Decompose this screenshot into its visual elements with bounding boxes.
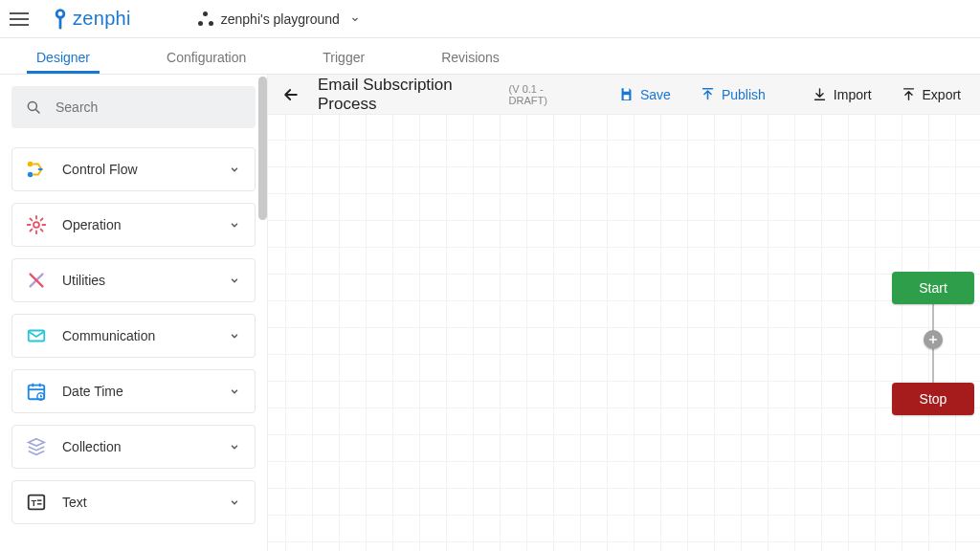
tab-designer[interactable]: Designer bbox=[27, 40, 100, 74]
category-utilities[interactable]: Utilities bbox=[11, 258, 256, 302]
category-operation[interactable]: Operation bbox=[11, 203, 256, 247]
category-label: Operation bbox=[62, 217, 228, 232]
flow-title: Email Subscription Process bbox=[318, 76, 490, 114]
editor-tabs: DesignerConfigurationTriggerRevisions bbox=[0, 38, 980, 75]
chevron-down-icon bbox=[228, 218, 241, 231]
editor-body: Control FlowOperationUtilitiesCommunicat… bbox=[0, 75, 980, 551]
chevron-down-icon bbox=[228, 496, 241, 509]
workspace-name: zenphi's playground bbox=[221, 11, 340, 27]
add-step-button[interactable] bbox=[924, 330, 943, 349]
svg-point-4 bbox=[28, 162, 33, 167]
chevron-down-icon bbox=[349, 13, 361, 25]
export-button[interactable]: Export bbox=[895, 82, 967, 106]
plus-icon bbox=[927, 334, 939, 345]
tools-icon bbox=[26, 270, 47, 291]
category-label: Collection bbox=[62, 439, 228, 454]
calendar-icon bbox=[26, 381, 47, 402]
category-text[interactable]: TText bbox=[11, 480, 256, 524]
category-label: Control Flow bbox=[62, 162, 228, 177]
workspace-selector[interactable]: zenphi's playground bbox=[198, 11, 361, 27]
logo-text: zenphi bbox=[73, 8, 131, 30]
svg-line-3 bbox=[35, 109, 39, 113]
import-icon bbox=[812, 86, 828, 102]
category-label: Date Time bbox=[62, 384, 228, 399]
category-label: Text bbox=[62, 495, 228, 510]
chevron-down-icon bbox=[228, 274, 241, 287]
logo[interactable]: zenphi bbox=[50, 8, 131, 30]
category-communication[interactable]: Communication bbox=[11, 314, 256, 358]
svg-text:T: T bbox=[32, 498, 37, 508]
svg-point-6 bbox=[33, 222, 39, 228]
workspace-icon bbox=[198, 11, 213, 27]
category-control-flow[interactable]: Control Flow bbox=[11, 147, 256, 191]
menu-toggle-button[interactable] bbox=[10, 8, 33, 31]
palette-search[interactable] bbox=[11, 86, 256, 128]
top-bar: zenphi zenphi's playground bbox=[0, 0, 980, 38]
back-button[interactable] bbox=[281, 85, 301, 104]
flow-version: (V 0.1 - DRAFT) bbox=[509, 83, 575, 106]
action-palette-sidebar: Control FlowOperationUtilitiesCommunicat… bbox=[0, 75, 268, 551]
flow-canvas-area: Email Subscription Process (V 0.1 - DRAF… bbox=[268, 75, 980, 551]
tab-configuration[interactable]: Configuration bbox=[157, 40, 256, 74]
publish-icon bbox=[700, 86, 716, 102]
layers-icon bbox=[26, 436, 47, 457]
svg-rect-19 bbox=[624, 88, 630, 92]
chevron-down-icon bbox=[228, 329, 241, 342]
sidebar-scrollbar-thumb[interactable] bbox=[258, 77, 267, 220]
save-button[interactable]: Save bbox=[612, 82, 677, 106]
flow-canvas[interactable]: Start Stop bbox=[268, 115, 980, 551]
publish-button[interactable]: Publish bbox=[694, 82, 771, 106]
flow-toolbar: Email Subscription Process (V 0.1 - DRAF… bbox=[268, 75, 980, 115]
tab-revisions[interactable]: Revisions bbox=[432, 40, 509, 74]
arrow-left-icon bbox=[281, 85, 301, 104]
flow-icon bbox=[26, 159, 47, 180]
category-collection[interactable]: Collection bbox=[11, 425, 256, 469]
tab-trigger[interactable]: Trigger bbox=[313, 40, 374, 74]
category-label: Utilities bbox=[62, 273, 228, 288]
search-icon bbox=[25, 99, 42, 116]
save-icon bbox=[618, 86, 635, 102]
text-icon: T bbox=[26, 492, 47, 513]
search-input[interactable] bbox=[56, 99, 242, 115]
svg-point-5 bbox=[28, 172, 33, 178]
gear-icon bbox=[26, 214, 47, 235]
svg-rect-20 bbox=[624, 95, 630, 99]
chevron-down-icon bbox=[228, 385, 241, 398]
sidebar-scrollbar-track[interactable] bbox=[256, 75, 268, 551]
category-label: Communication bbox=[62, 328, 228, 343]
start-node[interactable]: Start bbox=[892, 272, 974, 304]
export-icon bbox=[901, 86, 917, 102]
logo-icon bbox=[50, 9, 71, 30]
import-button[interactable]: Import bbox=[806, 82, 878, 106]
stop-node[interactable]: Stop bbox=[892, 383, 974, 415]
chevron-down-icon bbox=[228, 163, 241, 176]
category-date-time[interactable]: Date Time bbox=[11, 369, 256, 413]
mail-icon bbox=[26, 325, 47, 346]
chevron-down-icon bbox=[228, 440, 241, 453]
